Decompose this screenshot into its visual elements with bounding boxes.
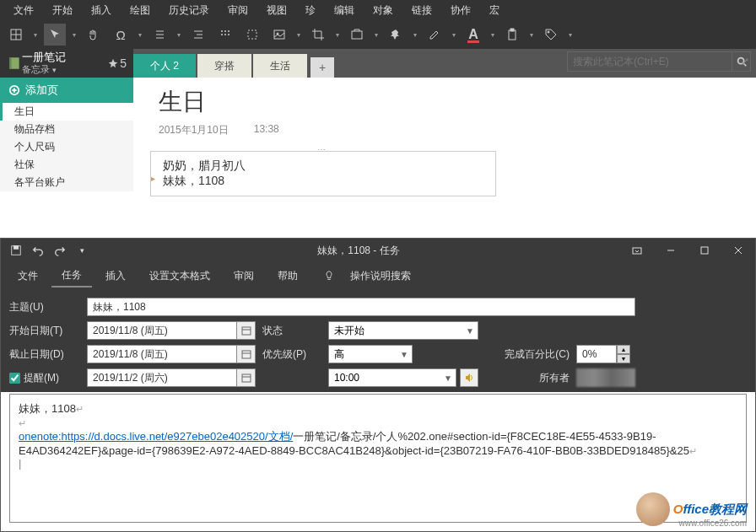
reminder-time-select[interactable]: 10:00▼: [328, 368, 456, 387]
menu-view[interactable]: 视图: [258, 2, 295, 19]
reminder-date-input[interactable]: [87, 368, 237, 387]
hand-icon[interactable]: [83, 24, 105, 46]
undo-icon[interactable]: [28, 240, 48, 261]
page-title[interactable]: 生日: [133, 78, 756, 120]
dropdown-icon[interactable]: ▾: [137, 31, 143, 39]
menu-history[interactable]: 历史记录: [160, 2, 218, 19]
content-container[interactable]: 奶奶，腊月初八 ▸妹妹，1108: [150, 151, 496, 196]
spin-up-icon[interactable]: ▲: [617, 345, 630, 354]
page-item-size[interactable]: 个人尺码: [0, 138, 133, 156]
tab-personal[interactable]: 个人 2: [133, 54, 196, 78]
menu-insert[interactable]: 插入: [83, 2, 120, 19]
highlight-icon[interactable]: [424, 24, 446, 46]
svg-rect-38: [242, 351, 251, 358]
reminder-checkbox[interactable]: [9, 373, 20, 384]
ribbon-options-icon[interactable]: [620, 239, 654, 262]
calendar-icon[interactable]: [237, 321, 256, 340]
dropdown-icon[interactable]: ▾: [32, 31, 39, 39]
menu-gem[interactable]: 珍: [297, 2, 324, 19]
table-icon[interactable]: [5, 24, 27, 46]
page-list: 生日 物品存档 个人尺码 社保 各平台账户: [0, 103, 133, 238]
save-icon[interactable]: [6, 240, 26, 261]
due-date-input[interactable]: [87, 345, 237, 363]
maximize-button[interactable]: [688, 239, 721, 262]
qat-dropdown-icon[interactable]: ▾: [72, 240, 92, 261]
svg-rect-23: [9, 57, 11, 69]
drag-handle-icon[interactable]: [310, 148, 336, 153]
tab-add-button[interactable]: +: [310, 57, 334, 78]
cursor-text-icon[interactable]: [44, 24, 66, 46]
list-icon[interactable]: [148, 24, 170, 46]
status-select[interactable]: 未开始▼: [328, 321, 478, 340]
outlook-titlebar: ▾ 妹妹，1108 - 任务: [1, 239, 755, 262]
calendar-icon[interactable]: [237, 368, 256, 387]
dropdown-icon[interactable]: ▾: [295, 31, 302, 39]
dropdown-icon[interactable]: ▾: [71, 31, 78, 39]
paste-icon[interactable]: [501, 24, 523, 46]
dropdown-icon[interactable]: ▾: [412, 31, 418, 39]
ribbon-help[interactable]: 帮助: [267, 266, 308, 287]
screenshot-icon[interactable]: [346, 24, 368, 46]
page-item-social[interactable]: 社保: [0, 156, 133, 174]
page-canvas[interactable]: 个人 2 穿搭 生活 + ⤢ 生日 2015年1月10日 13:38 奶奶，腊月…: [133, 49, 756, 238]
percent-stepper[interactable]: ▲▼: [576, 345, 635, 363]
onenote-link[interactable]: onenote:https://d.docs.live.net/e927ebe0…: [19, 430, 293, 443]
tag-icon[interactable]: [540, 24, 562, 46]
owner-value-redacted: [576, 368, 635, 387]
notebook-header[interactable]: 一册笔记 备忘录 ▾ 5: [0, 49, 133, 78]
menu-home[interactable]: 开始: [44, 2, 81, 19]
dropdown-icon[interactable]: ▾: [451, 31, 457, 39]
grid-icon[interactable]: [214, 24, 236, 46]
menu-object[interactable]: 对象: [364, 2, 402, 19]
indent-icon[interactable]: [187, 24, 209, 46]
image-icon[interactable]: [268, 24, 290, 46]
ribbon-insert[interactable]: 插入: [95, 266, 136, 287]
menu-review[interactable]: 审阅: [219, 2, 256, 19]
dropdown-icon[interactable]: ▾: [489, 31, 496, 39]
omega-icon[interactable]: Ω: [110, 24, 132, 46]
dropdown-icon[interactable]: ▾: [528, 31, 535, 39]
add-page-button[interactable]: 添加页: [0, 78, 133, 103]
minimize-button[interactable]: [654, 239, 688, 262]
label-reminder[interactable]: 提醒(M): [9, 371, 80, 385]
redo-icon[interactable]: [50, 240, 70, 261]
calendar-icon[interactable]: [237, 345, 256, 363]
ribbon-task[interactable]: 任务: [51, 265, 92, 287]
menu-edit[interactable]: 编辑: [326, 2, 363, 19]
priority-select[interactable]: 高▼: [328, 345, 413, 363]
tab-outfit[interactable]: 穿搭: [197, 54, 251, 78]
pin-badge[interactable]: 5: [108, 56, 127, 70]
content-line[interactable]: ▸妹妹，1108: [163, 174, 483, 189]
tell-me-search[interactable]: 操作说明搜索: [311, 266, 421, 287]
expand-icon[interactable]: ⤢: [741, 56, 749, 67]
ribbon-file[interactable]: 文件: [8, 266, 48, 287]
menu-draw[interactable]: 绘图: [122, 2, 159, 19]
menu-file[interactable]: 文件: [5, 2, 42, 19]
search-input[interactable]: [567, 51, 732, 72]
content-line[interactable]: 奶奶，腊月初八: [163, 159, 483, 174]
menu-macro[interactable]: 宏: [481, 2, 508, 19]
menu-link[interactable]: 链接: [403, 2, 440, 19]
svg-point-13: [224, 34, 226, 35]
spin-down-icon[interactable]: ▼: [617, 354, 630, 363]
page-item-inventory[interactable]: 物品存档: [0, 121, 133, 138]
subject-input[interactable]: [87, 298, 635, 316]
font-color-icon[interactable]: A: [462, 24, 484, 46]
dropdown-icon[interactable]: ▾: [176, 31, 182, 39]
dotted-box-icon[interactable]: [241, 24, 263, 46]
dropdown-icon[interactable]: ▾: [567, 31, 574, 39]
dropdown-icon[interactable]: ▾: [334, 31, 341, 39]
ribbon-format[interactable]: 设置文本格式: [139, 266, 220, 287]
close-button[interactable]: [721, 239, 755, 262]
crop-icon[interactable]: [307, 24, 329, 46]
ribbon-review[interactable]: 审阅: [224, 266, 264, 287]
menu-collab[interactable]: 协作: [442, 2, 479, 19]
sound-icon[interactable]: [460, 368, 478, 387]
start-date-input[interactable]: [87, 321, 237, 340]
dropdown-icon[interactable]: ▾: [373, 31, 380, 39]
pin-icon[interactable]: [385, 24, 407, 46]
tab-life[interactable]: 生活: [253, 54, 307, 78]
task-body[interactable]: 妹妹，1108↵ ↵ onenote:https://d.docs.live.n…: [9, 394, 747, 523]
page-item-accounts[interactable]: 各平台账户: [0, 174, 133, 191]
page-item-birthday[interactable]: 生日: [0, 103, 133, 121]
